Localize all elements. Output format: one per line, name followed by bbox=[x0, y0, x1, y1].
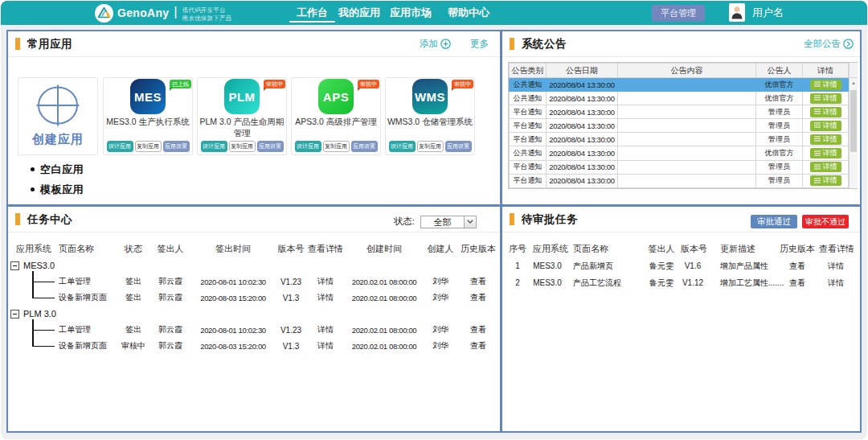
nav-item-my-apps[interactable]: 我的应用 bbox=[338, 1, 380, 25]
tree-collapse-icon[interactable] bbox=[10, 261, 19, 270]
app-settings-button[interactable]: 应用设置 bbox=[257, 141, 284, 152]
more-apps-link[interactable]: 更多 bbox=[470, 38, 489, 50]
announcement-detail-button[interactable]: 详情 bbox=[810, 148, 841, 158]
cell-detail: 详情 bbox=[307, 276, 344, 287]
status-select[interactable]: 全部 bbox=[420, 216, 477, 228]
task-group-row[interactable]: PLM 3.0 bbox=[8, 306, 500, 322]
nav-item-app-market[interactable]: 应用市场 bbox=[390, 1, 432, 25]
cell-category: 平台通知 bbox=[510, 119, 547, 133]
copy-app-button[interactable]: 复制应用 bbox=[417, 141, 444, 152]
announcement-row[interactable]: 平台通知 2020/08/04 13:30:00 管理员 详情 bbox=[510, 133, 849, 146]
option-blank-app[interactable]: 空白应用 bbox=[31, 159, 84, 179]
announcement-detail-button[interactable]: 详情 bbox=[810, 93, 841, 104]
approval-row[interactable]: 2 MES3.0 产品工艺流程 鲁元雯 V1.12 增加工艺属性....... … bbox=[502, 274, 860, 291]
task-row[interactable]: 工单管理 签出 郭云霞 2020-08-01 10:02:30 V1.23 详情… bbox=[8, 322, 500, 338]
cell-category: 平台通知 bbox=[510, 105, 547, 119]
announcements-scrollbar[interactable]: ▲ bbox=[849, 63, 858, 188]
announcement-detail-button[interactable]: 详情 bbox=[810, 121, 841, 131]
scroll-up-icon[interactable]: ▲ bbox=[850, 80, 858, 85]
announcement-row[interactable]: 平台通知 2020/08/04 13:30:00 管理员 详情 bbox=[510, 105, 849, 119]
logo: GenoAny | 低代码开发平台 南京优倍旗下产品 bbox=[95, 1, 231, 25]
announcements-header: 系统公告 全部公告 bbox=[502, 31, 860, 57]
col-header: 创建时间 bbox=[344, 243, 424, 255]
approval-row[interactable]: 1 MES3.0 产品新增页 鲁元雯 V1.6 增加产品属性 查看 详情 bbox=[502, 257, 860, 274]
announcement-detail-button[interactable]: 详情 bbox=[810, 175, 841, 186]
copy-app-button[interactable]: 复制应用 bbox=[229, 141, 256, 152]
announcement-row[interactable]: 平台通知 2020/08/04 13:30:00 管理员 详情 bbox=[510, 160, 849, 174]
add-app-link[interactable]: 添加 bbox=[420, 38, 451, 50]
col-header: 签出时间 bbox=[191, 243, 275, 255]
cell-version: V1.12 bbox=[681, 278, 705, 287]
app-settings-button[interactable]: 应用设置 bbox=[445, 141, 472, 152]
cell-checkout-time: 2020-08-03 15:20:00 bbox=[191, 294, 275, 302]
design-app-button[interactable]: 设计应用 bbox=[201, 141, 227, 152]
col-header: 查看详情 bbox=[819, 243, 853, 255]
tree-line bbox=[32, 298, 55, 299]
task-group-row[interactable]: MES3.0 bbox=[8, 257, 500, 273]
cell-content bbox=[618, 146, 756, 160]
announcement-detail-button[interactable]: 详情 bbox=[810, 107, 841, 117]
tagline-line1: 低代码开发平台 bbox=[182, 6, 232, 14]
app-name: APS3.0 高级排产管理 bbox=[292, 116, 380, 127]
cell-detail: 详情 bbox=[819, 261, 853, 272]
task-center-header: 任务中心 状态: 全部 bbox=[8, 207, 500, 232]
task-center-title: 任务中心 bbox=[27, 212, 72, 227]
announcement-detail-button[interactable]: 详情 bbox=[810, 80, 841, 90]
platform-admin-button[interactable]: 平台管理 bbox=[652, 5, 705, 22]
announcements-table-wrap: 公告类别 公告日期 公告内容 公告人 详情 公共通知 2020/08/04 13… bbox=[508, 62, 858, 189]
col-header: 应用系统 bbox=[8, 243, 56, 255]
app-card-plm[interactable]: PLM 审核中 PLM 3.0 产品生命周期管理 设计应用 复制应用 应用设置 bbox=[197, 77, 287, 155]
tree-collapse-icon[interactable] bbox=[10, 310, 19, 319]
cell-status: 签出 bbox=[117, 292, 149, 303]
app-settings-button[interactable]: 应用设置 bbox=[351, 141, 378, 152]
create-app-card[interactable]: 创建应用 bbox=[18, 77, 98, 155]
approvals-table-body: 1 MES3.0 产品新增页 鲁元雯 V1.6 增加产品属性 查看 详情 2 M… bbox=[502, 257, 860, 291]
cell-status: 签出 bbox=[117, 276, 149, 287]
approve-button[interactable]: 审批通过 bbox=[751, 215, 797, 228]
app-status-badge: 已上线 bbox=[170, 80, 191, 88]
nav-item-help-center[interactable]: 帮助中心 bbox=[448, 1, 489, 25]
circle-plus-icon bbox=[438, 39, 451, 49]
col-header: 公告类别 bbox=[510, 64, 547, 78]
create-options: 空白应用 模板应用 bbox=[31, 159, 84, 199]
task-row[interactable]: 设备新增页面 审核中 郭云霞 2020-08-03 15:20:00 V1.3 … bbox=[8, 338, 500, 354]
app-card-aps[interactable]: APS 审核中 APS3.0 高级排产管理 设计应用 复制应用 应用设置 bbox=[291, 77, 381, 155]
tree-line bbox=[32, 282, 55, 283]
task-row[interactable]: 工单管理 签出 郭云霞 2020-08-01 10:02:30 V1.23 详情… bbox=[8, 273, 500, 290]
cell-page: 设备新增页面 bbox=[56, 340, 117, 352]
copy-app-button[interactable]: 复制应用 bbox=[323, 141, 350, 152]
app-status-badge: 审核中 bbox=[358, 80, 379, 88]
announcement-row[interactable]: 公共通知 2020/08/04 13:30:00 优倍官方 详情 bbox=[510, 146, 849, 160]
select-chevron-icon[interactable] bbox=[464, 216, 476, 228]
cell-created-time: 2020.02.01 08:00:00 bbox=[344, 294, 424, 302]
announcement-row[interactable]: 平台通知 2020/08/04 13:30:00 管理员 详情 bbox=[510, 174, 849, 187]
copy-app-button[interactable]: 复制应用 bbox=[135, 141, 162, 152]
scroll-thumb[interactable] bbox=[850, 90, 857, 152]
col-header: 版本号 bbox=[275, 243, 307, 255]
all-announcements-link[interactable]: 全部公告 bbox=[804, 38, 854, 50]
design-app-button[interactable]: 设计应用 bbox=[295, 141, 321, 152]
announcement-row[interactable]: 公共通知 2020/08/04 13:30:00 优倍官方 详情 bbox=[510, 92, 849, 105]
design-app-button[interactable]: 设计应用 bbox=[107, 141, 133, 152]
tree-line bbox=[32, 319, 34, 347]
announcement-row[interactable]: 公共通知 2020/08/04 13:30:00 优倍官方 详情 bbox=[510, 78, 849, 92]
option-template-app[interactable]: 模板应用 bbox=[31, 179, 84, 199]
section-marker bbox=[15, 213, 20, 225]
announcement-row[interactable]: 平台通知 2020/08/04 13:30:00 管理员 详情 bbox=[510, 119, 849, 133]
task-row[interactable]: 设备新增页面 签出 郭云霞 2020-08-03 15:20:00 V1.3 详… bbox=[8, 290, 500, 306]
cell-status: 签出 bbox=[117, 324, 149, 335]
reject-button[interactable]: 审批不通过 bbox=[802, 215, 849, 228]
approvals-title: 待审批任务 bbox=[522, 212, 578, 227]
announcement-detail-button[interactable]: 详情 bbox=[810, 134, 841, 145]
announcement-detail-button[interactable]: 详情 bbox=[810, 162, 841, 172]
tree-line bbox=[32, 346, 55, 347]
cell-page: 工单管理 bbox=[56, 276, 117, 287]
cell-history: 查看 bbox=[457, 324, 500, 335]
app-card-wms[interactable]: WMS 审核中 WMS3.0 仓储管理系统 设计应用 复制应用 应用设置 bbox=[385, 77, 475, 155]
app-settings-button[interactable]: 应用设置 bbox=[163, 141, 190, 152]
nav-item-workbench[interactable]: 工作台 bbox=[297, 1, 328, 25]
app-card-mes[interactable]: MES 已上线 MES3.0 生产执行系统 设计应用 复制应用 应用设置 bbox=[103, 77, 193, 155]
design-app-button[interactable]: 设计应用 bbox=[389, 141, 416, 152]
user-menu[interactable]: 用户名 bbox=[729, 3, 784, 22]
top-bar: GenoAny | 低代码开发平台 南京优倍旗下产品 工作台 我的应用 应用市场… bbox=[1, 1, 867, 25]
